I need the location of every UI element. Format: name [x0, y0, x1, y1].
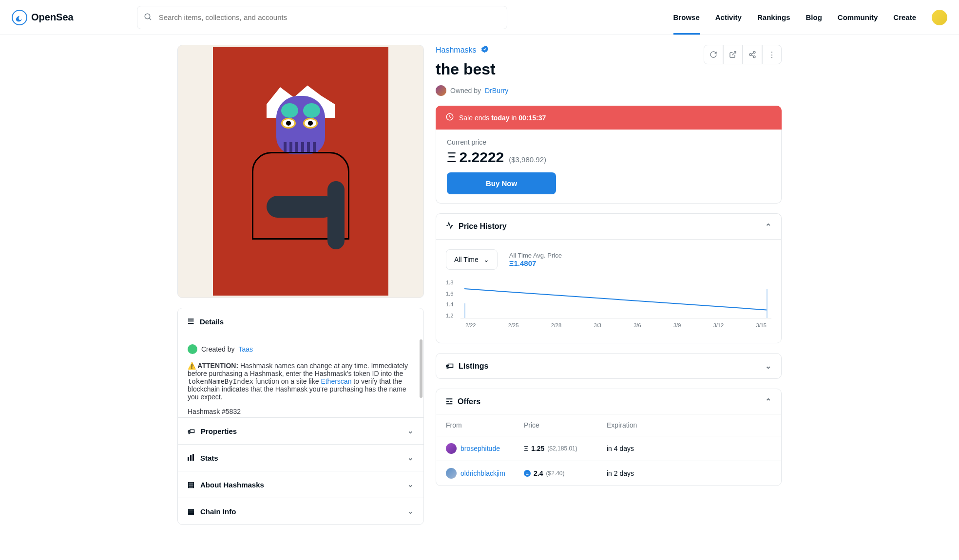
- doc-list-icon: ▤: [188, 480, 194, 489]
- usd-price: ($3,980.92): [509, 155, 546, 164]
- collection-link[interactable]: Hashmasks: [436, 46, 477, 55]
- chain-header[interactable]: ▦ Chain Info ⌄: [178, 498, 423, 524]
- warning-label: ATTENTION:: [196, 362, 240, 370]
- search-icon: [144, 13, 153, 23]
- user-avatar[interactable]: [932, 10, 947, 25]
- avg-price-value: Ξ1.4807: [509, 259, 562, 267]
- svg-point-5: [753, 51, 755, 53]
- details-header[interactable]: ☰ Details: [178, 308, 423, 335]
- creator-link[interactable]: Taas: [238, 345, 253, 353]
- main-header: OpenSea Browse Activity Rankings Blog Co…: [0, 0, 959, 35]
- offer-row: oldrichblackjimΞ 2.4 ($2.40)in 2 days: [436, 461, 781, 485]
- owner-avatar-icon: [436, 85, 446, 96]
- sale-in: in: [510, 114, 519, 122]
- nav-activity[interactable]: Activity: [715, 13, 742, 21]
- stats-header[interactable]: Stats ⌄: [178, 445, 423, 471]
- svg-line-8: [751, 53, 754, 54]
- nav-create[interactable]: Create: [893, 13, 916, 21]
- offers-card: ☲ Offers ⌃ From Price Expiration broseph…: [436, 389, 782, 486]
- offers-columns: From Price Expiration: [436, 414, 781, 436]
- etherscan-link[interactable]: Etherscan: [321, 377, 351, 385]
- eth-icon: Ξ: [447, 149, 457, 166]
- x-tick: 2/28: [551, 322, 561, 328]
- svg-line-9: [751, 55, 754, 56]
- svg-rect-3: [190, 455, 192, 461]
- user-avatar-icon: [446, 443, 457, 454]
- clock-icon: [445, 112, 454, 123]
- scrollbar[interactable]: [420, 339, 422, 398]
- x-tick: 3/15: [756, 322, 767, 328]
- y-tick: 1.8: [446, 280, 453, 285]
- offers-label: Offers: [458, 397, 480, 406]
- search-input[interactable]: [137, 6, 507, 29]
- x-tick: 2/25: [508, 322, 518, 328]
- listings-label: Listings: [459, 362, 488, 371]
- offer-expiration: in 2 days: [607, 469, 771, 477]
- x-tick: 3/6: [633, 322, 641, 328]
- offers-header[interactable]: ☲ Offers ⌃: [436, 389, 781, 414]
- buy-now-button[interactable]: Buy Now: [447, 172, 556, 194]
- offer-user-link[interactable]: oldrichblackjim: [460, 469, 505, 477]
- owned-by-label: Owned by: [450, 87, 481, 94]
- price-label: Current price: [447, 138, 770, 146]
- col-exp: Expiration: [607, 421, 771, 429]
- code-fn: tokenNameByIndex: [188, 377, 253, 385]
- y-tick: 1.4: [446, 301, 453, 307]
- svg-point-6: [749, 54, 751, 56]
- owner-link[interactable]: DrBurry: [485, 87, 508, 94]
- nav-community[interactable]: Community: [838, 13, 878, 21]
- sale-prefix: Sale ends: [459, 114, 491, 122]
- share-button[interactable]: [743, 45, 762, 64]
- user-avatar-icon: [446, 468, 457, 479]
- tag-icon: 🏷: [446, 362, 454, 371]
- price-history-header[interactable]: Price History ⌃: [436, 214, 781, 240]
- item-actions: ⋮: [704, 45, 782, 64]
- nav-rankings[interactable]: Rankings: [757, 13, 790, 21]
- sale-countdown: 00:15:37: [518, 114, 546, 122]
- properties-header[interactable]: 🏷 Properties ⌄: [178, 418, 423, 444]
- about-header[interactable]: ▤ About Hashmasks ⌄: [178, 471, 423, 498]
- chevron-down-icon: ⌄: [407, 480, 414, 489]
- weth-icon: Ξ: [524, 470, 531, 477]
- svg-line-1: [149, 18, 151, 20]
- price-chart: 1.81.61.41.2 2/222/252/283/33/63/93/123/…: [446, 280, 771, 333]
- time-range-select[interactable]: All Time ⌄: [446, 249, 498, 270]
- nav-browse[interactable]: Browse: [673, 13, 700, 35]
- svg-point-0: [145, 14, 150, 19]
- creator-avatar-icon: [188, 344, 197, 354]
- chevron-up-icon: ⌃: [765, 397, 771, 406]
- artwork-frame[interactable]: [177, 45, 424, 298]
- created-by-label: Created by: [201, 345, 234, 353]
- nav-blog[interactable]: Blog: [806, 13, 822, 21]
- avg-price-label: All Time Avg. Price: [509, 252, 562, 259]
- listings-header[interactable]: 🏷 Listings ⌄: [436, 354, 781, 378]
- offer-expiration: in 4 days: [607, 445, 771, 452]
- listings-card: 🏷 Listings ⌄: [436, 353, 782, 379]
- svg-rect-4: [192, 454, 194, 461]
- list-icon: ☲: [446, 397, 453, 406]
- svg-rect-2: [188, 457, 189, 461]
- search-container: [137, 6, 507, 29]
- offer-row: brosephitudeΞ 1.25 ($2,185.01)in 4 days: [436, 436, 781, 461]
- more-button[interactable]: ⋮: [762, 45, 782, 64]
- x-tick: 3/9: [673, 322, 681, 328]
- x-tick: 2/22: [465, 322, 476, 328]
- details-body: Created by Taas ⚠️ ATTENTION: Hashmask n…: [178, 335, 423, 417]
- offer-price: 1.25: [531, 445, 544, 452]
- main-nav: Browse Activity Rankings Blog Community …: [673, 10, 947, 25]
- offer-user-link[interactable]: brosephitude: [460, 445, 500, 452]
- nft-image: [213, 47, 388, 296]
- warning-text: ⚠️ ATTENTION: Hashmask names can change …: [188, 362, 414, 401]
- details-title: Details: [200, 317, 224, 326]
- verified-badge-icon: [480, 45, 489, 56]
- price-history-card: Price History ⌃ All Time ⌄ All Time Avg.…: [436, 213, 782, 343]
- offer-usd: ($2,185.01): [547, 445, 577, 452]
- eth-icon: Ξ: [524, 445, 528, 452]
- logo[interactable]: OpenSea: [12, 10, 74, 25]
- external-link-button[interactable]: [723, 45, 743, 64]
- offer-usd: ($2.40): [546, 470, 564, 477]
- refresh-button[interactable]: [704, 45, 723, 64]
- warning-icon: ⚠️: [188, 362, 196, 370]
- opensea-logo-icon: [12, 10, 27, 25]
- properties-label: Properties: [201, 427, 237, 435]
